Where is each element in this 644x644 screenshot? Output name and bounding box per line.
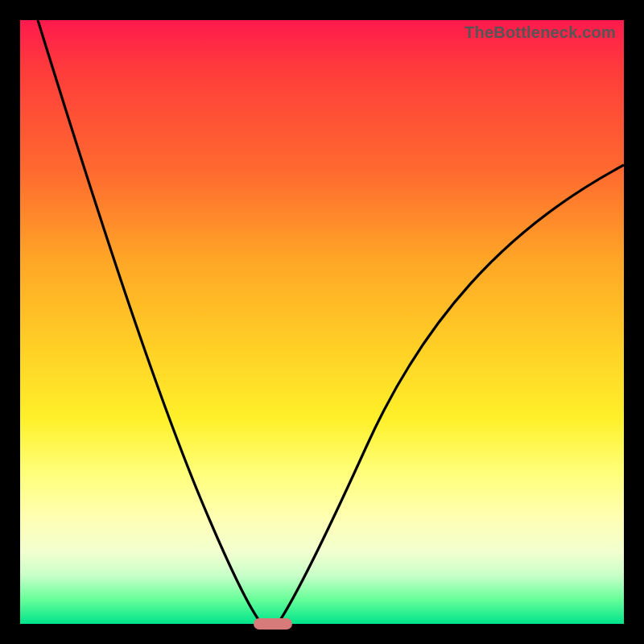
plot-area: TheBottleneck.com [20,20,624,624]
chart-frame: TheBottleneck.com [0,0,644,644]
curve-right [278,165,624,624]
curve-layer [20,20,624,624]
optimum-marker [254,618,292,630]
curve-left [38,20,262,624]
